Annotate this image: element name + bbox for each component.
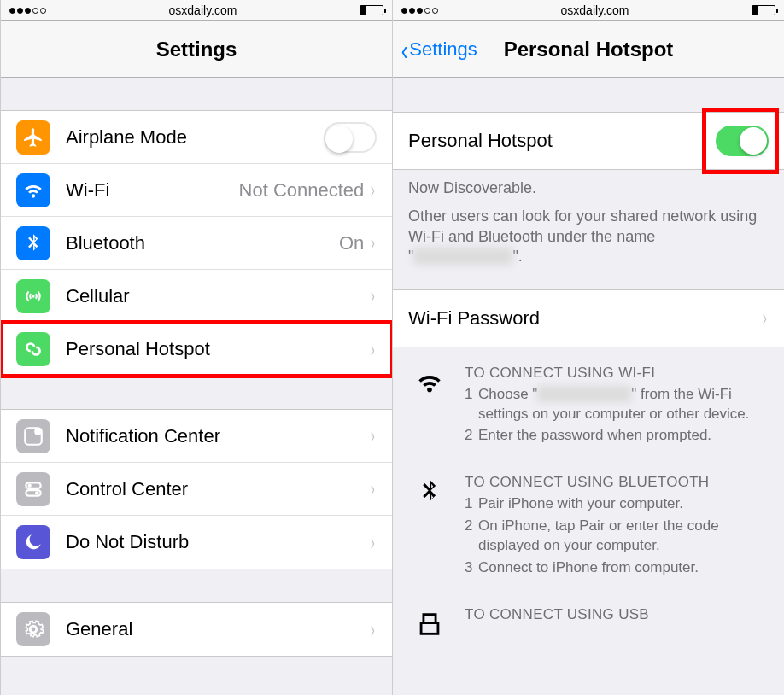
settings-root-panel: osxdaily.com Settings Airplane Mode Wi-F… bbox=[0, 0, 392, 695]
row-label: Personal Hotspot bbox=[66, 338, 369, 360]
instruction-step: Choose "xxxxxxxxxxxx" from the Wi-Fi set… bbox=[465, 385, 769, 424]
redacted-name: xxxxxxxxxxxx bbox=[537, 386, 631, 402]
nav-bar: ‹ Settings Personal Hotspot bbox=[393, 21, 784, 78]
instruction-step: Enter the password when prompted. bbox=[465, 426, 769, 446]
usb-icon bbox=[410, 606, 449, 639]
svg-point-4 bbox=[28, 483, 32, 487]
svg-point-7 bbox=[31, 627, 37, 633]
svg-rect-8 bbox=[424, 615, 436, 623]
battery-icon bbox=[360, 5, 383, 15]
cellular-icon bbox=[16, 279, 50, 313]
settings-group-1: Airplane Mode Wi-Fi Not Connected › Blue… bbox=[1, 110, 392, 377]
airplane-toggle[interactable] bbox=[324, 122, 377, 153]
row-detail: On bbox=[339, 232, 364, 254]
row-wifi[interactable]: Wi-Fi Not Connected › bbox=[1, 164, 392, 217]
chevron-right-icon: › bbox=[371, 177, 375, 203]
row-label: Personal Hotspot bbox=[408, 130, 716, 152]
chevron-right-icon: › bbox=[371, 529, 375, 556]
row-label: General bbox=[66, 618, 369, 640]
discoverable-text: Now Discoverable. bbox=[393, 170, 784, 198]
status-bar: osxdaily.com bbox=[1, 0, 392, 21]
chevron-right-icon: › bbox=[371, 336, 375, 363]
gear-icon bbox=[16, 612, 50, 646]
wifi-icon bbox=[16, 173, 50, 207]
do-not-disturb-icon bbox=[16, 525, 50, 559]
row-cellular[interactable]: Cellular › bbox=[1, 270, 392, 323]
signal-dots-icon bbox=[401, 8, 438, 14]
instruction-title: TO CONNECT USING USB bbox=[465, 606, 649, 623]
wifi-password-block: Wi-Fi Password › bbox=[393, 289, 784, 348]
instructions-usb: TO CONNECT USING USB bbox=[393, 589, 784, 639]
row-label: Do Not Disturb bbox=[66, 531, 369, 553]
svg-point-0 bbox=[32, 295, 34, 297]
row-label: Bluetooth bbox=[66, 232, 339, 254]
instruction-title: TO CONNECT USING BLUETOOTH bbox=[465, 474, 769, 491]
row-label: Cellular bbox=[66, 285, 369, 307]
airplane-icon bbox=[16, 120, 50, 155]
instruction-step: Connect to iPhone from computer. bbox=[465, 558, 769, 578]
chevron-left-icon: ‹ bbox=[401, 35, 408, 64]
row-general[interactable]: General › bbox=[1, 603, 392, 656]
control-center-icon bbox=[16, 472, 50, 506]
row-label: Wi-Fi Password bbox=[408, 307, 761, 330]
row-notification-center[interactable]: Notification Center › bbox=[1, 410, 392, 463]
bluetooth-icon bbox=[16, 226, 50, 260]
row-label: Notification Center bbox=[66, 425, 369, 447]
chevron-right-icon: › bbox=[371, 283, 375, 309]
page-title: Settings bbox=[156, 38, 237, 61]
row-detail: Not Connected bbox=[239, 179, 365, 201]
row-label: Airplane Mode bbox=[66, 126, 324, 149]
status-domain: osxdaily.com bbox=[169, 3, 237, 17]
chevron-right-icon: › bbox=[763, 305, 767, 331]
back-label: Settings bbox=[409, 38, 477, 61]
chevron-right-icon: › bbox=[371, 230, 375, 256]
signal-dots-icon bbox=[9, 8, 46, 14]
row-bluetooth[interactable]: Bluetooth On › bbox=[1, 217, 392, 270]
settings-group-2: Notification Center › Control Center › D… bbox=[1, 409, 392, 569]
instructions-wifi: TO CONNECT USING WI-FI Choose "xxxxxxxxx… bbox=[393, 348, 784, 458]
svg-rect-9 bbox=[421, 623, 438, 634]
instruction-title: TO CONNECT USING WI-FI bbox=[465, 365, 769, 382]
chevron-right-icon: › bbox=[371, 476, 375, 502]
discoverable-detail: Other users can look for your shared net… bbox=[393, 198, 784, 266]
bluetooth-icon bbox=[410, 474, 449, 581]
back-button[interactable]: ‹ Settings bbox=[400, 35, 477, 64]
row-control-center[interactable]: Control Center › bbox=[1, 463, 392, 516]
hotspot-toggle[interactable] bbox=[716, 126, 769, 156]
redacted-name: xxxxxxxxxxxx bbox=[413, 248, 512, 265]
chevron-right-icon: › bbox=[371, 423, 375, 449]
hotspot-toggle-block: Personal Hotspot bbox=[393, 112, 784, 170]
row-label: Wi-Fi bbox=[66, 179, 239, 201]
row-do-not-disturb[interactable]: Do Not Disturb › bbox=[1, 516, 392, 569]
row-airplane-mode[interactable]: Airplane Mode bbox=[1, 111, 392, 164]
battery-icon bbox=[752, 5, 775, 15]
instruction-step: On iPhone, tap Pair or enter the code di… bbox=[465, 517, 769, 556]
instruction-step: Pair iPhone with your computer. bbox=[465, 494, 769, 514]
svg-point-2 bbox=[35, 429, 40, 435]
row-wifi-password[interactable]: Wi-Fi Password › bbox=[393, 290, 784, 347]
row-label: Control Center bbox=[66, 478, 369, 500]
notification-center-icon bbox=[16, 419, 50, 453]
status-bar: osxdaily.com bbox=[393, 0, 784, 21]
wifi-icon bbox=[410, 365, 449, 449]
nav-bar: Settings bbox=[1, 21, 392, 78]
row-hotspot-toggle[interactable]: Personal Hotspot bbox=[393, 113, 784, 169]
personal-hotspot-panel: osxdaily.com ‹ Settings Personal Hotspot… bbox=[392, 0, 784, 695]
settings-group-3: General › bbox=[1, 602, 392, 657]
instructions-bluetooth: TO CONNECT USING BLUETOOTH Pair iPhone w… bbox=[393, 457, 784, 589]
svg-point-6 bbox=[35, 491, 38, 494]
row-personal-hotspot[interactable]: Personal Hotspot › bbox=[1, 323, 392, 376]
chevron-right-icon: › bbox=[371, 616, 375, 643]
status-domain: osxdaily.com bbox=[561, 3, 629, 17]
page-title: Personal Hotspot bbox=[504, 38, 674, 61]
hotspot-icon bbox=[16, 332, 50, 366]
